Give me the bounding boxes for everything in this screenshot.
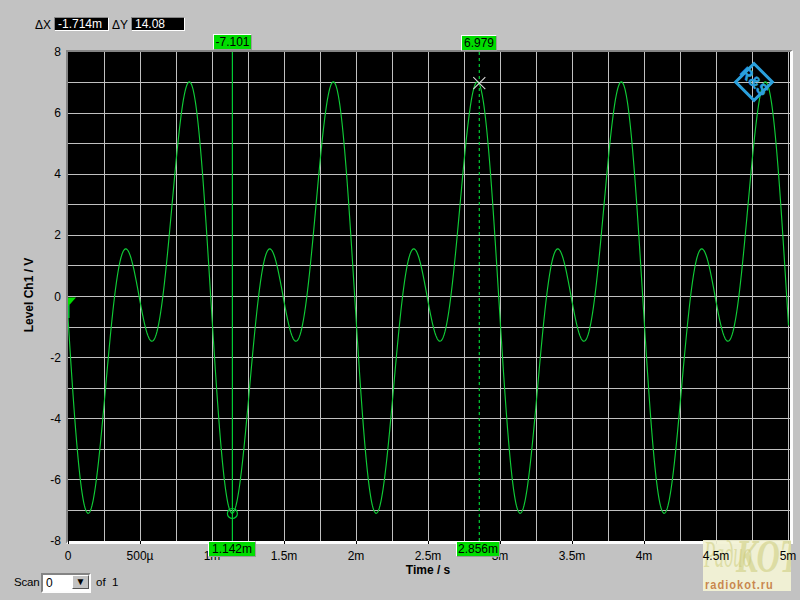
- svg-text:R&S: R&S: [737, 64, 772, 99]
